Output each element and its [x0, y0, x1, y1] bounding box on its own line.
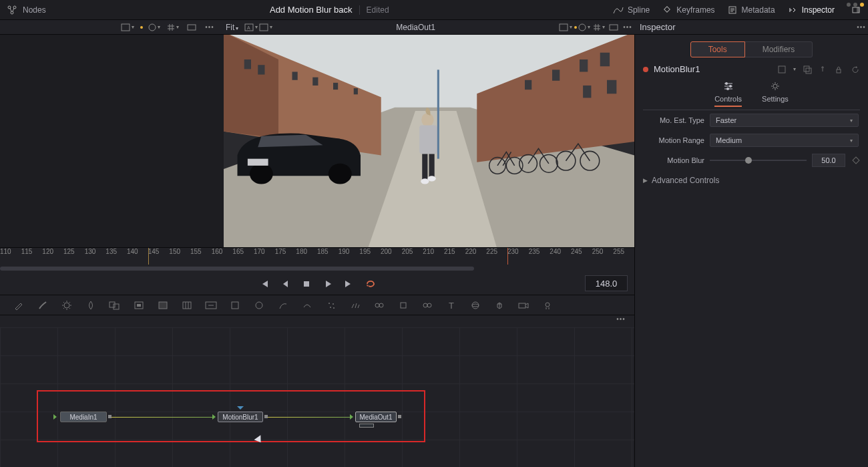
metadata-toggle[interactable]: Metadata	[727, 5, 775, 15]
keyframes-icon	[662, 5, 672, 15]
ruler-tick: 190	[339, 248, 350, 255]
versions-icon[interactable]	[777, 65, 787, 74]
ruler-tick: 120	[42, 248, 53, 255]
brush-tool-icon[interactable]	[36, 299, 49, 312]
loop-button[interactable]	[365, 278, 377, 290]
nodes-toggle[interactable]: Nodes	[23, 5, 46, 15]
bspline-icon[interactable]	[300, 299, 314, 312]
label: Spline	[628, 5, 650, 15]
go-end-button[interactable]	[343, 278, 355, 290]
ruler-tick: 240	[550, 248, 561, 255]
view-a-icon[interactable]: A▾	[244, 21, 258, 33]
brightness-icon[interactable]	[60, 299, 73, 312]
keyframes-toggle[interactable]: Keyframes	[662, 5, 714, 15]
motion-blur-slider[interactable]	[710, 154, 807, 167]
text-icon[interactable]: T	[445, 299, 458, 312]
motion-blur-value[interactable]: 50.0	[812, 154, 845, 167]
label: Inspector	[802, 5, 835, 15]
ruler-tick: 200	[381, 248, 392, 255]
node-graph-menu[interactable]: •••	[614, 315, 628, 327]
single-view2-icon[interactable]	[606, 21, 621, 33]
fit-dropdown[interactable]: Fit▾	[220, 23, 244, 32]
view-mode2-icon[interactable]: ▾	[558, 21, 573, 33]
view-b-icon[interactable]: ▾	[258, 21, 273, 33]
blur-tool-icon[interactable]	[84, 299, 97, 312]
svg-point-8	[149, 24, 156, 31]
transform-icon[interactable]	[180, 299, 194, 312]
paint-tool-icon[interactable]	[12, 299, 25, 312]
go-start-button[interactable]	[258, 278, 270, 290]
node-output-port[interactable]	[398, 415, 401, 418]
grid-icon[interactable]: ▾	[166, 21, 180, 33]
spline-toggle[interactable]: Spline	[613, 5, 650, 15]
node-graph[interactable]: ••• MediaIn1 MotionBlur1 MediaOut1	[0, 315, 634, 467]
more-menu-center[interactable]: •••	[621, 23, 634, 31]
resize-icon[interactable]	[204, 299, 218, 312]
cube-icon[interactable]	[493, 299, 506, 312]
scrub-bar[interactable]	[0, 265, 634, 273]
selected-node-name: MotionBlur1	[654, 64, 772, 74]
timeline-ruler[interactable]: 1101151201251301351401451501551601651701…	[0, 247, 634, 265]
svg-point-83	[726, 88, 729, 90]
grid2-icon[interactable]: ▾	[592, 21, 606, 33]
node-mediaout1[interactable]: MediaOut1	[355, 412, 397, 422]
reset-icon[interactable]	[851, 65, 860, 74]
viewer-preview[interactable]	[224, 35, 634, 247]
ruler-tick: 115	[21, 248, 33, 255]
svg-point-66	[333, 307, 335, 309]
ruler-tick: 185	[317, 248, 329, 255]
polygon-icon[interactable]	[276, 299, 290, 312]
frame-counter[interactable]: 148.0	[585, 275, 628, 291]
node-input-port[interactable]	[350, 414, 353, 420]
matte-icon[interactable]	[132, 299, 146, 312]
crop-icon[interactable]	[156, 299, 170, 312]
3d-icon[interactable]	[397, 299, 410, 312]
svg-point-65	[330, 307, 331, 308]
ruler-tick: 235	[529, 248, 540, 255]
keyframe-toggle[interactable]	[852, 156, 859, 164]
rectangle-icon[interactable]	[228, 299, 242, 312]
inspector-icon	[787, 5, 798, 15]
globe-icon[interactable]: ▾	[147, 21, 162, 33]
controls-subtab[interactable]: Controls	[714, 81, 742, 107]
particles2-icon[interactable]	[349, 299, 362, 312]
copy-icon[interactable]	[803, 65, 812, 74]
svg-rect-22	[244, 59, 251, 69]
more-menu-inspector[interactable]: •••	[855, 23, 868, 31]
node-input-port[interactable]	[212, 414, 216, 420]
single-view-icon[interactable]	[184, 21, 199, 33]
3d-merge-icon[interactable]	[421, 299, 434, 312]
ellipse-icon[interactable]	[252, 299, 266, 312]
node-mediain1[interactable]: MediaIn1	[60, 412, 107, 422]
step-back-button[interactable]	[279, 278, 291, 290]
light-icon[interactable]	[541, 299, 554, 312]
play-button[interactable]	[322, 278, 334, 290]
node-input-port[interactable]	[53, 414, 57, 420]
tab-tools[interactable]: Tools	[690, 41, 745, 57]
particles3-icon[interactable]	[373, 299, 386, 312]
svg-rect-31	[525, 80, 531, 90]
pin-icon[interactable]	[819, 65, 828, 74]
shape3d-icon[interactable]	[469, 299, 482, 312]
lock-icon[interactable]	[835, 65, 844, 74]
globe2-icon[interactable]: ▾	[577, 21, 592, 33]
mo-est-type-select[interactable]: Faster ▾	[710, 114, 859, 127]
svg-rect-77	[779, 66, 785, 73]
settings-subtab[interactable]: Settings	[762, 81, 789, 107]
color-indicator	[140, 26, 143, 29]
more-menu-left[interactable]: •••	[203, 23, 216, 31]
node-motionblur1[interactable]: MotionBlur1	[218, 412, 263, 422]
view-mode-icon[interactable]: ▾	[120, 21, 135, 33]
svg-rect-28	[600, 53, 610, 67]
tab-modifiers[interactable]: Modifiers	[745, 41, 813, 57]
particles-icon[interactable]	[324, 299, 338, 312]
ruler-tick: 130	[85, 248, 96, 255]
merge-icon[interactable]	[108, 299, 122, 312]
media-out-label: MediaOut1	[273, 23, 558, 32]
advanced-controls-toggle[interactable]: ▶ Advanced Controls	[635, 170, 868, 190]
camera-icon[interactable]	[517, 299, 530, 312]
inspector-toggle[interactable]: Inspector	[787, 5, 835, 15]
motion-range-select[interactable]: Medium ▾	[710, 134, 859, 147]
stop-button[interactable]	[300, 278, 312, 290]
label: Metadata	[742, 5, 775, 15]
